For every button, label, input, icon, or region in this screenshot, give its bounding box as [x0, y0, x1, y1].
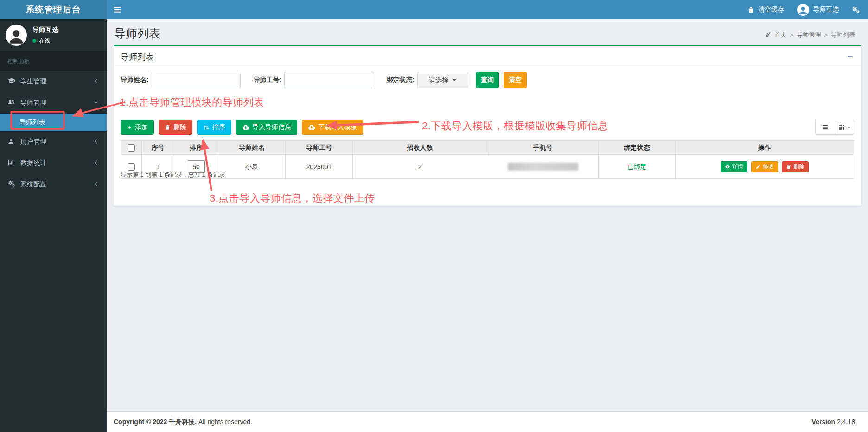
col-sort: 排序 — [174, 141, 218, 155]
eye-icon — [725, 164, 730, 170]
bind-status-select[interactable]: 请选择 — [417, 72, 468, 88]
bar-chart-icon — [7, 159, 20, 168]
mentor-table: 序号 排序 导师姓名 导师工号 招收人数 手机号 绑定状态 操作 1 小袁 20… — [121, 140, 854, 179]
panel-title: 导师列表 — [121, 51, 154, 63]
col-phone: 手机号 — [487, 141, 599, 155]
breadcrumb-home[interactable]: 首页 — [775, 31, 787, 39]
filter-form: 导师姓名: 导师工号: 绑定状态: 请选择 查询 清空 — [121, 72, 527, 88]
chevron-left-icon — [93, 78, 99, 86]
col-mentor-id: 导师工号 — [286, 141, 353, 155]
user-icon — [7, 138, 20, 146]
breadcrumb-mentor-management[interactable]: 导师管理 — [797, 31, 821, 39]
gears-icon — [852, 6, 860, 14]
clear-button[interactable]: 清空 — [504, 72, 527, 88]
edit-button[interactable]: 修改 — [751, 161, 778, 172]
chevron-left-icon — [93, 181, 99, 189]
topbar-user-name: 导师互选 — [813, 6, 839, 14]
users-icon — [7, 98, 20, 108]
sidebar-item-mentor-management[interactable]: 导师管理 — [0, 92, 107, 114]
bind-status-value: 已绑定 — [627, 163, 647, 171]
delete-button[interactable]: 删除 — [159, 120, 192, 135]
import-mentor-info-button[interactable]: 导入导师信息 — [236, 120, 297, 135]
cloud-download-icon — [308, 124, 315, 131]
col-mentor-name: 导师姓名 — [218, 141, 286, 155]
minus-icon — [848, 56, 853, 57]
leaf-icon — [765, 32, 772, 38]
sidebar-toggle-button[interactable] — [107, 0, 128, 19]
detail-button[interactable]: 详情 — [721, 161, 747, 172]
sidebar-user-panel: 导师互选 在线 — [0, 19, 107, 51]
cell-mentor-name: 小袁 — [218, 155, 286, 178]
col-bind-status: 绑定状态 — [599, 141, 676, 155]
grid-icon — [838, 124, 845, 131]
table-header-row: 序号 排序 导师姓名 导师工号 招收人数 手机号 绑定状态 操作 — [121, 141, 854, 155]
row-checkbox[interactable] — [128, 163, 135, 171]
sort-icon — [203, 124, 210, 131]
sidebar-item-student-management[interactable]: 学生管理 — [0, 71, 107, 92]
online-status-dot — [32, 39, 36, 43]
mentor-list-panel: 导师列表 导师姓名: 导师工号: 绑定状态: 请选择 查询 — [114, 45, 861, 206]
sidebar-item-data-statistics[interactable]: 数据统计 — [0, 152, 107, 174]
chevron-left-icon — [93, 138, 99, 146]
mentor-name-label: 导师姓名: — [121, 76, 149, 84]
mentor-name-input[interactable] — [152, 72, 241, 88]
col-actions: 操作 — [676, 141, 854, 155]
col-seq: 序号 — [142, 141, 174, 155]
topbar-right: 清空缓存 导师互选 — [747, 0, 860, 19]
pencil-icon — [755, 164, 761, 170]
trash-icon — [786, 164, 791, 170]
sidebar: 导师互选 在线 控制面板 学生管理 导师管理 导师列表 用户管理 — [0, 19, 107, 432]
graduation-cap-icon — [7, 77, 20, 86]
sidebar-subitem-mentor-list[interactable]: 导师列表 — [0, 114, 107, 131]
cell-capacity: 2 — [353, 155, 487, 178]
cloud-upload-icon — [242, 124, 249, 131]
main-content: 导师列表 首页 > 导师管理 > 导师列表 导师列表 导师姓名: — [107, 19, 868, 411]
sidebar-avatar — [6, 25, 27, 46]
panel-collapse-button[interactable] — [846, 53, 854, 59]
chevron-left-icon — [93, 159, 99, 167]
column-view-button[interactable] — [835, 120, 854, 135]
content-header: 导师列表 首页 > 导师管理 > 导师列表 — [107, 19, 868, 45]
add-button[interactable]: 添加 — [121, 120, 154, 135]
mentor-id-label: 导师工号: — [254, 76, 282, 84]
search-button[interactable]: 查询 — [476, 72, 499, 88]
phone-redacted — [508, 163, 578, 171]
settings-gears-button[interactable] — [852, 0, 860, 19]
table-toolbar: 添加 删除 排序 导入导师信息 下载导入模板 — [121, 120, 363, 135]
select-all-checkbox[interactable] — [128, 144, 135, 152]
trash-icon — [747, 6, 754, 13]
caret-down-icon — [847, 127, 851, 128]
app-logo[interactable]: 系统管理后台 — [0, 0, 107, 19]
download-template-button[interactable]: 下载导入模板 — [302, 120, 363, 135]
pagination-summary: 显示第 1 到第 1 条记录，总共 1 条记录 — [121, 171, 225, 179]
version: Version 2.4.18 — [812, 418, 855, 426]
user-avatar — [797, 4, 809, 16]
view-toggle-group — [815, 120, 854, 135]
panel-header: 导师列表 — [114, 46, 861, 66]
sort-button[interactable]: 排序 — [197, 120, 231, 135]
breadcrumb: 首页 > 导师管理 > 导师列表 — [765, 31, 855, 39]
clear-cache-button[interactable]: 清空缓存 — [747, 0, 784, 19]
bind-status-label: 绑定状态: — [386, 76, 415, 84]
page-title: 导师列表 — [114, 26, 160, 41]
trash-icon — [165, 124, 171, 130]
sidebar-item-system-config[interactable]: 系统配置 — [0, 174, 107, 195]
col-capacity: 招收人数 — [353, 141, 487, 155]
caret-down-icon — [452, 79, 457, 81]
list-view-button[interactable] — [815, 120, 835, 135]
sidebar-section-label: 控制面板 — [0, 51, 107, 71]
plus-icon — [127, 125, 132, 130]
table-row: 1 小袁 2025001 2 已绑定 详情 — [121, 155, 854, 178]
footer: Copyright © 2022 千舟科技. All rights reserv… — [107, 411, 868, 432]
sidebar-user-status: 在线 — [32, 37, 58, 45]
chevron-down-icon — [93, 99, 99, 107]
cogs-icon — [7, 180, 20, 189]
topbar-user-menu[interactable]: 导师互选 — [797, 0, 839, 19]
hamburger-icon — [113, 5, 122, 14]
sidebar-item-user-management[interactable]: 用户管理 — [0, 131, 107, 152]
copyright: Copyright © 2022 千舟科技. All rights reserv… — [114, 418, 252, 426]
clear-cache-label: 清空缓存 — [758, 6, 784, 14]
topbar: 系统管理后台 清空缓存 导师互选 — [0, 0, 868, 19]
mentor-id-input[interactable] — [284, 72, 373, 88]
row-delete-button[interactable]: 删除 — [782, 161, 809, 172]
